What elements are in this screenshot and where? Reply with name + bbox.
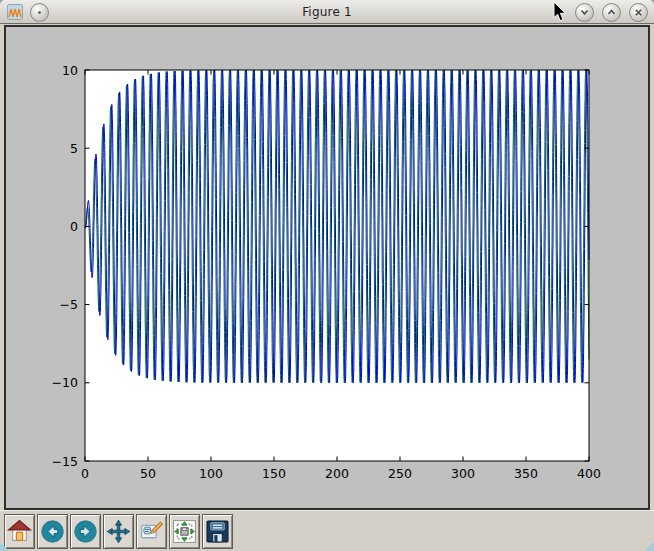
- configure-subplots-button[interactable]: [169, 514, 200, 549]
- svg-text:5: 5: [70, 141, 78, 156]
- chart: 050100150200250300350400−15−10−50510: [6, 27, 648, 508]
- configure-subplots-icon: [172, 519, 197, 544]
- window-controls: [575, 3, 648, 22]
- svg-text:400: 400: [577, 466, 601, 481]
- save-icon: [205, 519, 230, 544]
- navigation-toolbar: [0, 510, 654, 551]
- zoom-to-rect-button[interactable]: [136, 514, 167, 549]
- close-icon: [633, 7, 644, 18]
- maximize-button[interactable]: [602, 3, 621, 22]
- forward-button[interactable]: [70, 514, 101, 549]
- chevron-up-icon: [606, 7, 617, 18]
- minimize-button[interactable]: [575, 3, 594, 22]
- pan-button[interactable]: [103, 514, 134, 549]
- pan-icon: [106, 519, 131, 544]
- titlebar[interactable]: Figure 1: [0, 0, 654, 24]
- svg-text:−15: −15: [52, 454, 78, 469]
- save-button[interactable]: [202, 514, 233, 549]
- zoom-to-rect-icon: [139, 519, 164, 544]
- chevron-down-icon: [579, 7, 590, 18]
- close-button[interactable]: [629, 3, 648, 22]
- svg-text:−5: −5: [60, 297, 78, 312]
- svg-text:250: 250: [388, 466, 412, 481]
- svg-text:300: 300: [451, 466, 475, 481]
- svg-text:50: 50: [140, 466, 156, 481]
- svg-text:350: 350: [514, 466, 538, 481]
- resize-grip-right[interactable]: [645, 542, 654, 551]
- back-icon: [40, 519, 65, 544]
- svg-text:−10: −10: [52, 375, 78, 390]
- figure-window: Figure 1 050100150200250300350400−15−10−…: [0, 0, 654, 551]
- svg-text:0: 0: [81, 466, 89, 481]
- svg-text:0: 0: [70, 219, 78, 234]
- svg-text:200: 200: [325, 466, 349, 481]
- svg-text:150: 150: [262, 466, 286, 481]
- svg-text:100: 100: [199, 466, 223, 481]
- figure-canvas[interactable]: 050100150200250300350400−15−10−50510: [4, 25, 650, 510]
- resize-grip-left[interactable]: [0, 542, 9, 551]
- svg-text:10: 10: [62, 63, 78, 78]
- window-title: Figure 1: [0, 0, 654, 24]
- back-button[interactable]: [37, 514, 68, 549]
- forward-icon: [73, 519, 98, 544]
- home-icon: [7, 519, 32, 544]
